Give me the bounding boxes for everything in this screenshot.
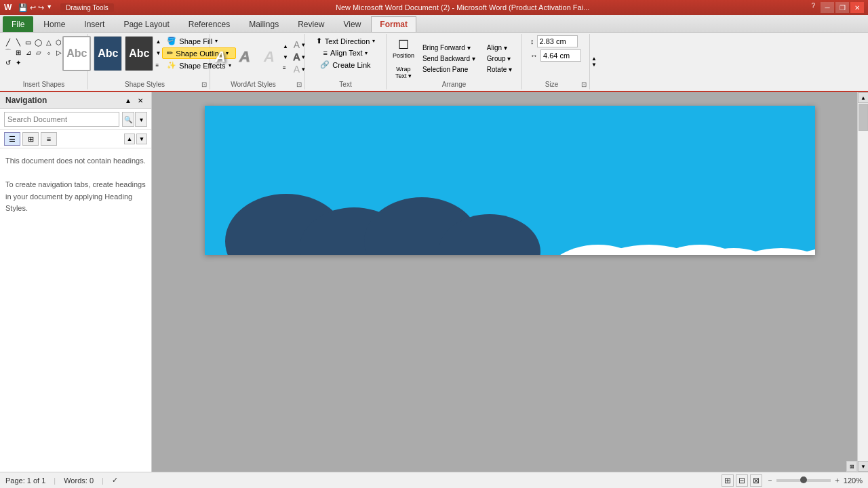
ribbon-scroll-down[interactable]: ▼ <box>591 62 597 68</box>
shape-styles-down[interactable]: ▼ <box>155 50 161 56</box>
scroll-up-arrow[interactable]: ▲ <box>858 92 868 103</box>
shape-tool-2[interactable]: ╲ <box>14 37 23 47</box>
zoom-slider-thumb[interactable] <box>800 476 807 483</box>
search-input[interactable] <box>4 112 119 127</box>
nav-view-results[interactable]: ≡ <box>41 132 57 146</box>
position-button[interactable]: ☐ Position <box>391 35 416 64</box>
rotate-button[interactable]: Rotate ▾ <box>482 64 517 75</box>
height-input[interactable] <box>537 35 578 47</box>
bring-forward-button[interactable]: Bring Forward ▾ <box>418 43 480 53</box>
shape-styles-more[interactable]: ≡ <box>155 62 161 68</box>
nav-next-arrow[interactable]: ▼ <box>136 134 147 144</box>
group-button[interactable]: Group ▾ <box>482 54 517 64</box>
nav-header: Navigation ▲ ✕ <box>0 92 151 109</box>
nav-prev-arrow[interactable]: ▲ <box>124 134 135 144</box>
shape-tool-10[interactable]: ⊞ <box>14 47 23 57</box>
tab-insert[interactable]: Insert <box>75 16 113 32</box>
spell-check-icon[interactable]: ✓ <box>112 476 118 485</box>
size-dialog[interactable]: ⊡ <box>581 81 587 88</box>
shape-tool-5[interactable]: △ <box>44 37 54 47</box>
tab-references[interactable]: References <box>180 16 239 32</box>
selection-pane-button[interactable]: Selection Pane <box>418 64 480 75</box>
ribbon-scroll[interactable]: ▲ ▼ <box>590 34 598 89</box>
scroll-track[interactable] <box>858 103 868 461</box>
document-page[interactable] <box>205 106 815 255</box>
text-effects-btn[interactable]: A ▾ <box>294 64 305 75</box>
shape-style-1[interactable]: Abc <box>62 36 91 71</box>
zoom-slider-track[interactable] <box>776 479 831 482</box>
ribbon-scroll-up[interactable]: ▲ <box>591 56 597 62</box>
view-reader-icon[interactable]: ⊟ <box>736 474 748 487</box>
wordart-styles-group: A A A ▲ ▼ ≡ A ▾ A ▾ A ▾ <box>210 34 305 89</box>
shape-tool-11[interactable]: ⊿ <box>24 47 33 57</box>
wordart-dialog[interactable]: ⊡ <box>296 81 302 88</box>
nav-view-headings[interactable]: ☰ <box>4 132 20 146</box>
minimize-button[interactable]: ─ <box>821 2 834 13</box>
zoom-out-button[interactable]: － <box>766 475 774 485</box>
quick-undo[interactable]: ↩ <box>30 3 36 12</box>
titlebar-left: W 💾 ↩ ↪ ▼ Drawing Tools <box>4 3 114 12</box>
shape-tool-9[interactable]: ⌒ <box>3 47 13 57</box>
shape-tool-3[interactable]: ▭ <box>24 37 33 47</box>
nav-view-pages[interactable]: ⊞ <box>22 132 39 146</box>
nav-close-button[interactable]: ✕ <box>135 95 146 106</box>
text-fill-btn[interactable]: A ▾ <box>294 39 305 50</box>
search-dropdown-button[interactable]: ▾ <box>135 112 147 127</box>
align-button[interactable]: Align ▾ <box>482 43 517 53</box>
quick-more[interactable]: ▼ <box>46 3 52 12</box>
nav-title: Navigation <box>5 96 47 105</box>
statusbar-divider-1: | <box>54 476 56 485</box>
align-text-button[interactable]: ≡ Align Text ▾ <box>319 47 373 58</box>
shape-tool-4[interactable]: ◯ <box>34 37 43 47</box>
tab-view[interactable]: View <box>335 16 370 32</box>
search-button[interactable]: 🔍 <box>122 112 134 127</box>
scroll-thumb[interactable] <box>859 104 868 131</box>
nav-expand-button[interactable]: ▲ <box>123 95 134 106</box>
tab-review[interactable]: Review <box>289 16 333 32</box>
wordart-style-2[interactable]: A <box>234 41 256 73</box>
quick-redo[interactable]: ↪ <box>38 3 44 12</box>
shape-tool-12[interactable]: ▱ <box>34 47 43 57</box>
wordart-style-1[interactable]: A <box>210 41 231 73</box>
shape-styles-up[interactable]: ▲ <box>155 39 161 45</box>
main-area: Navigation ▲ ✕ 🔍 ▾ ☰ ⊞ ≡ ▲ ▼ This docume… <box>0 92 868 472</box>
navigation-panel: Navigation ▲ ✕ 🔍 ▾ ☰ ⊞ ≡ ▲ ▼ This docume… <box>0 92 152 472</box>
tab-page-layout[interactable]: Page Layout <box>115 16 178 32</box>
shape-tool-13[interactable]: ⬦ <box>44 47 54 57</box>
shape-styles-dialog[interactable]: ⊡ <box>201 81 207 88</box>
shape-tool-18[interactable]: ✦ <box>14 58 23 67</box>
view-web-icon[interactable]: ⊠ <box>750 474 762 487</box>
shape-outline-icon: ✏ <box>167 49 173 58</box>
help-icon[interactable]: ? <box>811 2 815 13</box>
send-backward-button[interactable]: Send Backward ▾ <box>418 54 480 64</box>
shape-tool-17[interactable]: ↺ <box>3 58 13 67</box>
wordart-style-3[interactable]: A <box>258 41 280 73</box>
width-row: ↔ <box>530 49 581 62</box>
scroll-down-arrow[interactable]: ▼ <box>858 461 868 472</box>
width-icon: ↔ <box>530 52 538 60</box>
zoom-in-button[interactable]: ＋ <box>833 475 841 485</box>
width-input[interactable] <box>540 49 581 62</box>
tab-home[interactable]: Home <box>35 16 74 32</box>
tab-format[interactable]: Format <box>371 16 416 32</box>
create-link-button[interactable]: 🔗 Create Link <box>315 59 375 70</box>
right-scrollbar: ▲ ▼ <box>857 92 868 472</box>
shape-style-2[interactable]: Abc <box>94 36 122 71</box>
tab-file[interactable]: File <box>3 16 33 32</box>
corner-resize-handle[interactable]: ⊠ <box>846 461 857 472</box>
text-direction-button[interactable]: ⬆ Text Direction ▾ <box>311 35 380 47</box>
wordart-more[interactable]: ≡ <box>283 65 288 71</box>
shape-tool-1[interactable]: ╱ <box>3 37 13 47</box>
wrap-text-button[interactable]: Wrap Text ▾ <box>391 64 416 82</box>
arrange-col2: Align ▾ Group ▾ Rotate ▾ <box>482 43 517 75</box>
view-normal-icon[interactable]: ⊞ <box>722 474 734 487</box>
text-outline-btn[interactable]: A ▾ <box>294 52 305 62</box>
shape-style-3[interactable]: Abc <box>125 36 153 71</box>
wordart-down[interactable]: ▼ <box>283 54 288 60</box>
close-button[interactable]: ✕ <box>850 2 864 13</box>
text-group-label: Text <box>305 81 386 88</box>
quick-save[interactable]: 💾 <box>18 3 28 12</box>
restore-button[interactable]: ❐ <box>835 2 849 13</box>
wordart-up[interactable]: ▲ <box>283 43 288 49</box>
tab-mailings[interactable]: Mailings <box>240 16 288 32</box>
